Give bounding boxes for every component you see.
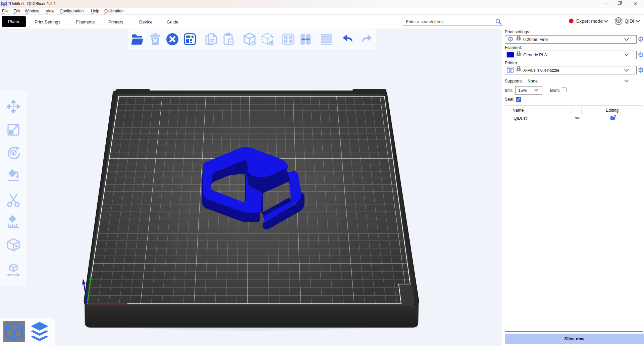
svg-text:X-Plus 4 0.4 nozzle: X-Plus 4 0.4 nozzle [523, 68, 559, 73]
svg-text:Brim:: Brim: [550, 88, 560, 93]
svg-text:Supports:: Supports: [505, 79, 523, 83]
svg-text:Printer:: Printer: [505, 61, 518, 65]
svg-text:Filament:: Filament: [505, 45, 522, 50]
svg-text:QIDI: QIDI [625, 18, 634, 24]
svg-text:Generic PLA: Generic PLA [523, 53, 547, 57]
svg-text:None: None [528, 79, 538, 83]
svg-text:Expert mode: Expert mode [576, 18, 603, 24]
svg-text:0.20mm Fine: 0.20mm Fine [523, 37, 548, 42]
svg-text:Editing: Editing [606, 108, 619, 113]
svg-text:Infill:: Infill: [505, 88, 514, 93]
svg-text:15%: 15% [518, 88, 527, 93]
svg-text:QIDI.stl: QIDI.stl [514, 116, 528, 121]
svg-text:Name: Name [513, 108, 524, 113]
svg-text:Seal:: Seal: [505, 97, 515, 102]
svg-text:Print settings:: Print settings: [505, 30, 530, 34]
